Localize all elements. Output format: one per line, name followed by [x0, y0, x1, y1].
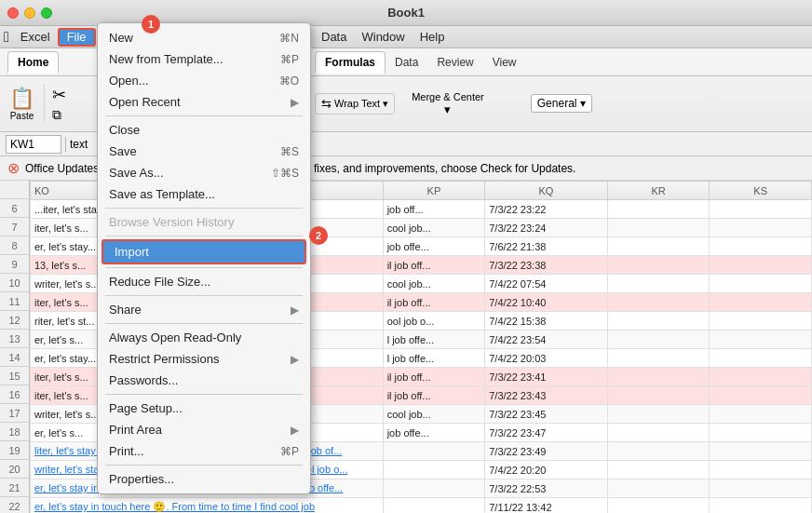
menu-save-template[interactable]: Save as Template... [98, 183, 310, 205]
apple-logo-icon[interactable]:  [4, 29, 9, 46]
menu-item-excel[interactable]: Excel [13, 28, 58, 47]
cell-kp-7[interactable]: cool job... [383, 219, 485, 237]
cell-kp-19[interactable] [383, 442, 485, 461]
cell-kp-11[interactable]: il job off... [383, 293, 485, 312]
cell-ks-9[interactable] [710, 256, 812, 275]
cell-kr-9[interactable] [607, 256, 710, 275]
cell-kq-10[interactable]: 7/4/22 07:54 [485, 275, 608, 293]
cell-kr-22[interactable] [607, 498, 710, 514]
cell-kr-15[interactable] [607, 368, 710, 386]
tab-formulas[interactable]: Formulas [315, 51, 386, 74]
cell-ks-14[interactable] [710, 349, 812, 368]
cell-kp-6[interactable]: job off... [383, 200, 485, 219]
menu-open-recent[interactable]: Open Recent ▶ [98, 91, 310, 113]
cell-kq-9[interactable]: 7/3/22 23:38 [485, 256, 608, 275]
cell-ks-22[interactable] [710, 498, 812, 514]
menu-item-data[interactable]: Data [314, 28, 354, 47]
cell-ks-19[interactable] [710, 442, 812, 461]
menu-share[interactable]: Share ▶ [98, 299, 310, 320]
menu-new[interactable]: New ⌘N [98, 27, 310, 48]
tab-review[interactable]: Review [427, 52, 482, 73]
menu-import[interactable]: Import [103, 241, 304, 263]
cell-ks-15[interactable] [710, 368, 812, 386]
cell-kr-12[interactable] [607, 312, 710, 331]
menu-save[interactable]: Save ⌘S [98, 141, 310, 162]
copy-icon[interactable]: ⧉ [52, 107, 66, 123]
menu-item-help[interactable]: Help [413, 28, 453, 47]
cell-kq-22[interactable]: 7/11/22 13:42 [485, 498, 608, 514]
menu-close[interactable]: Close [98, 119, 310, 141]
cell-reference[interactable]: KW1 [6, 135, 61, 154]
cell-ks-8[interactable] [710, 237, 812, 256]
cell-kr-8[interactable] [607, 237, 710, 256]
cell-ks-10[interactable] [710, 275, 812, 293]
merge-center-button[interactable]: Merge & Center ▾ [406, 88, 490, 119]
cell-kq-13[interactable]: 7/4/22 23:54 [485, 331, 608, 349]
cell-kp-12[interactable]: ool job o... [383, 312, 485, 331]
cell-kq-21[interactable]: 7/3/22 22:53 [485, 479, 608, 498]
menu-always-readonly[interactable]: Always Open Read-Only [98, 327, 310, 348]
cell-kp-17[interactable]: cool job... [383, 405, 485, 424]
cell-kr-21[interactable] [607, 479, 710, 498]
cell-kq-7[interactable]: 7/3/22 23:24 [485, 219, 608, 237]
cell-kq-15[interactable]: 7/3/22 23:41 [485, 368, 608, 386]
menu-print[interactable]: Print... ⌘P [98, 440, 310, 462]
number-format-dropdown[interactable]: General ▾ [531, 94, 593, 113]
cell-kq-8[interactable]: 7/6/22 21:38 [485, 237, 608, 256]
menu-new-template[interactable]: New from Template... ⌘P [98, 48, 310, 70]
cell-kr-14[interactable] [607, 349, 710, 368]
cell-kr-11[interactable] [607, 293, 710, 312]
cell-kq-6[interactable]: 7/3/22 23:22 [485, 200, 608, 219]
cell-ks-20[interactable] [710, 461, 812, 479]
cell-kq-12[interactable]: 7/4/22 15:38 [485, 312, 608, 331]
cell-kp-18[interactable]: job offe... [383, 424, 485, 442]
wrap-text-button[interactable]: ⇆ Wrap Text ▾ [315, 93, 395, 115]
tab-view[interactable]: View [483, 52, 526, 73]
menu-item-window[interactable]: Window [354, 28, 412, 47]
menu-print-area[interactable]: Print Area ▶ [98, 419, 310, 440]
menu-save-as[interactable]: Save As... ⇧⌘S [98, 162, 310, 183]
paste-button[interactable]: 📋 Paste [7, 85, 36, 123]
cell-kr-20[interactable] [607, 461, 710, 479]
menu-reduce-size[interactable]: Reduce File Size... [98, 271, 310, 292]
cell-ks-18[interactable] [710, 424, 812, 442]
cell-kp-9[interactable]: il job off... [383, 256, 485, 275]
cell-kq-20[interactable]: 7/4/22 20:20 [485, 461, 608, 479]
menu-browse-history[interactable]: Browse Version History [98, 211, 310, 233]
cell-kq-19[interactable]: 7/3/22 23:49 [485, 442, 608, 461]
close-button[interactable] [7, 7, 19, 19]
tab-home[interactable]: Home [7, 51, 59, 74]
cell-kr-17[interactable] [607, 405, 710, 424]
cell-kp-16[interactable]: il job off... [383, 386, 485, 405]
cut-icon[interactable]: ✂ [52, 85, 66, 105]
menu-passwords[interactable]: Passwords... [98, 370, 310, 391]
cell-ks-12[interactable] [710, 312, 812, 331]
cell-ks-13[interactable] [710, 331, 812, 349]
cell-kq-14[interactable]: 7/4/22 20:03 [485, 349, 608, 368]
menu-item-file[interactable]: File [58, 28, 96, 47]
cell-kr-19[interactable] [607, 442, 710, 461]
cell-kp-8[interactable]: job offe... [383, 237, 485, 256]
cell-ks-6[interactable] [710, 200, 812, 219]
cell-kp-14[interactable]: l job offe... [383, 349, 485, 368]
cell-kr-13[interactable] [607, 331, 710, 349]
cell-kp-21[interactable] [383, 479, 485, 498]
cell-kp-13[interactable]: l job offe... [383, 331, 485, 349]
cell-kq-11[interactable]: 7/4/22 10:40 [485, 293, 608, 312]
cell-kr-10[interactable] [607, 275, 710, 293]
cell-ko-22[interactable]: er, let's stay in touch here 🙂. From tim… [31, 498, 384, 514]
menu-open[interactable]: Open... ⌘O [98, 70, 310, 91]
cell-kp-20[interactable] [383, 461, 485, 479]
menu-restrict-perms[interactable]: Restrict Permissions ▶ [98, 348, 310, 370]
cell-kr-7[interactable] [607, 219, 710, 237]
cell-ks-17[interactable] [710, 405, 812, 424]
cell-kp-15[interactable]: il job off... [383, 368, 485, 386]
cell-ks-16[interactable] [710, 386, 812, 405]
tab-data[interactable]: Data [386, 52, 427, 73]
cell-ks-21[interactable] [710, 479, 812, 498]
cell-kr-16[interactable] [607, 386, 710, 405]
maximize-button[interactable] [41, 7, 52, 19]
cell-kp-10[interactable]: cool job... [383, 275, 485, 293]
cell-ks-7[interactable] [710, 219, 812, 237]
traffic-lights[interactable] [7, 7, 52, 19]
